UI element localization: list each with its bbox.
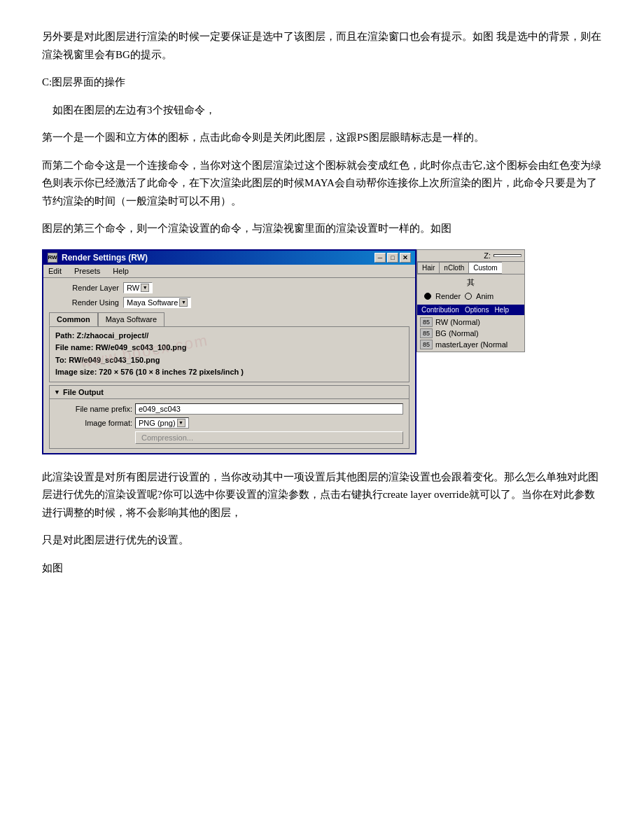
file-prefix-label: File name prefix:: [55, 405, 132, 413]
format-text: PNG (png): [139, 419, 176, 427]
radio-render-label: Render: [435, 292, 461, 300]
tab-hair[interactable]: Hair: [417, 262, 439, 274]
layer-item-bg[interactable]: 85 BG (Normal): [417, 328, 524, 339]
file-output-header[interactable]: ▼ File Output: [49, 385, 410, 399]
info-path: Path: Z:/zhaocai_project//: [55, 330, 403, 342]
image-format-row: Image format: PNG (png) ▼: [55, 417, 403, 429]
menu-edit[interactable]: Edit: [46, 266, 64, 276]
file-prefix-row: File name prefix: e049_sc043: [55, 403, 403, 415]
z-label: Z:: [484, 251, 491, 260]
after-paragraph-3: 如图: [42, 560, 602, 578]
menu-presets[interactable]: Presets: [72, 266, 102, 276]
paragraph-5-text: 而第二个命令这是一个连接命令，当你对这个图层渲染过这个图标就会变成红色，此时你点…: [42, 160, 601, 207]
file-output-label: File Output: [63, 388, 104, 396]
rp-layer-list: 85 RW (Normal) 85 BG (Normal) 85 masterL…: [417, 315, 524, 352]
section-toggle-icon: ▼: [54, 389, 60, 396]
render-window-title: Render Settings (RW): [62, 253, 148, 263]
minimize-button[interactable]: ─: [374, 253, 386, 263]
rp-menu-contribution[interactable]: Contribution: [421, 306, 459, 314]
rp-menu-help[interactable]: Help: [494, 306, 509, 314]
file-output-body: File name prefix: e049_sc043 Image forma…: [49, 399, 410, 449]
paragraph-2: C:图层界面的操作: [42, 74, 602, 92]
image-format-label: Image format:: [55, 419, 132, 427]
close-button[interactable]: ✕: [400, 253, 411, 263]
right-tabs: Hair nCloth Custom: [417, 262, 524, 274]
layer-badge-rw: 85: [420, 317, 433, 327]
paragraph-6-text: 图层的第三个命令，则一个渲染设置的命令，与渲染视窗里面的渲染设置时一样的。如图: [42, 223, 451, 234]
paragraph-1: 另外要是对此图层进行渲染的时候一定要保证是选中了该图层，而且在渲染窗口也会有提示…: [42, 28, 602, 64]
tab-maya-software[interactable]: Maya Software: [98, 312, 164, 326]
render-window-icon: RW: [48, 253, 57, 263]
rp-menu-options[interactable]: Options: [465, 306, 489, 314]
format-value[interactable]: PNG (png) ▼: [135, 417, 189, 429]
radio-anim[interactable]: [465, 293, 472, 300]
paragraph-4-text: 第一个是一个圆和立方体的图标，点击此命令则是关闭此图层，这跟PS图层眼睛标志是一…: [42, 132, 484, 143]
info-filename: File name: RW/e049_sc043_100.png: [55, 342, 403, 354]
right-panel-top: Z:: [417, 250, 524, 262]
compression-button[interactable]: Compression...: [135, 431, 403, 444]
layer-item-rw[interactable]: 85 RW (Normal): [417, 317, 524, 328]
paragraph-3: 如图在图层的左边有3个按钮命令，: [42, 102, 602, 120]
layer-name-bg: BG (Normal): [435, 329, 479, 338]
render-layer-select[interactable]: RW ▼: [123, 282, 153, 293]
image-format-select[interactable]: PNG (png) ▼: [135, 417, 189, 429]
after-paragraph-2-text: 只是对此图层进行优先的设置。: [42, 534, 189, 545]
render-menubar: Edit Presets Help: [43, 265, 415, 278]
render-info-box: Path: Z:/zhaocai_project// File name: RW…: [49, 326, 410, 382]
layer-name-rw: RW (Normal): [435, 318, 480, 326]
layer-badge-bg: 85: [420, 328, 433, 338]
paragraph-6: 图层的第三个命令，则一个渲染设置的命令，与渲染视窗里面的渲染设置时一样的。如图: [42, 220, 602, 238]
render-using-label: Render Using: [49, 298, 119, 307]
paragraph-5: 而第二个命令这是一个连接命令，当你对这个图层渲染过这个图标就会变成红色，此时你点…: [42, 157, 602, 211]
paragraph-2-text: C:图层界面的操作: [42, 76, 125, 88]
render-using-row: Render Using Maya Software ▼: [49, 297, 410, 308]
info-to: To: RW/e049_sc043_150.png: [55, 354, 403, 367]
layer-name-master: masterLayer (Normal: [435, 340, 507, 349]
render-title-bar: RW Render Settings (RW) ─ □ ✕: [43, 251, 415, 265]
render-body: Render Layer RW ▼ Render Using Maya Soft…: [43, 278, 415, 453]
render-layer-row: Render Layer RW ▼: [49, 282, 410, 293]
screenshot-wrapper: RW Render Settings (RW) ─ □ ✕ Edit Prese…: [42, 249, 416, 454]
layer-item-master[interactable]: 85 masterLayer (Normal: [417, 339, 524, 350]
maximize-button[interactable]: □: [387, 253, 398, 263]
render-using-value: Maya Software: [127, 298, 178, 307]
render-layer-value: RW: [127, 284, 139, 292]
z-input[interactable]: [493, 254, 522, 257]
layer-badge-master: 85: [420, 340, 433, 349]
title-bar-left: RW Render Settings (RW): [48, 253, 148, 263]
tab-custom[interactable]: Custom: [468, 262, 501, 274]
radio-anim-label: Anim: [476, 292, 493, 300]
tab-ncloth[interactable]: nCloth: [439, 262, 468, 274]
paragraph-4: 第一个是一个圆和立方体的图标，点击此命令则是关闭此图层，这跟PS图层眼睛标志是一…: [42, 129, 602, 147]
right-panel: Z: Hair nCloth Custom 其 Render Anim Cont…: [416, 249, 525, 352]
render-using-arrow: ▼: [179, 298, 188, 307]
after-paragraph-1: 此渲染设置是对所有图层进行设置的，当你改动其中一项设置后其他图层的渲染设置也会跟…: [42, 468, 602, 522]
settings-tabs: Common Maya Software: [49, 312, 410, 326]
rp-section-title: 其: [417, 274, 524, 291]
paragraph-1-text: 另外要是对此图层进行渲染的时候一定要保证是选中了该图层，而且在渲染窗口也会有提示…: [42, 31, 601, 60]
screenshot-section: RW Render Settings (RW) ─ □ ✕ Edit Prese…: [42, 249, 602, 454]
rp-menu-row: Contribution Options Help: [417, 305, 524, 315]
paragraph-3-text: 如图在图层的左边有3个按钮命令，: [52, 104, 216, 116]
info-image-size: Image size: 720 × 576 (10 × 8 inches 72 …: [55, 366, 403, 379]
content-area: 另外要是对此图层进行渲染的时候一定要保证是选中了该图层，而且在渲染窗口也会有提示…: [42, 28, 602, 577]
rp-radio-row: Render Anim: [417, 291, 524, 302]
title-bar-buttons: ─ □ ✕: [374, 253, 411, 263]
after-paragraph-2: 只是对此图层进行优先的设置。: [42, 531, 602, 550]
render-using-select[interactable]: Maya Software ▼: [123, 297, 191, 308]
tab-common[interactable]: Common: [49, 312, 98, 326]
after-paragraph-1-text: 此渲染设置是对所有图层进行设置的，当你改动其中一项设置后其他图层的渲染设置也会跟…: [42, 471, 598, 518]
format-arrow: ▼: [177, 419, 186, 427]
render-settings-window: RW Render Settings (RW) ─ □ ✕ Edit Prese…: [42, 249, 416, 454]
menu-help[interactable]: Help: [111, 266, 131, 276]
after-paragraph-3-text: 如图: [42, 562, 63, 574]
render-layer-label: Render Layer: [49, 284, 119, 292]
radio-render[interactable]: [424, 293, 431, 300]
render-layer-arrow: ▼: [141, 284, 149, 292]
file-prefix-input[interactable]: e049_sc043: [135, 403, 403, 415]
